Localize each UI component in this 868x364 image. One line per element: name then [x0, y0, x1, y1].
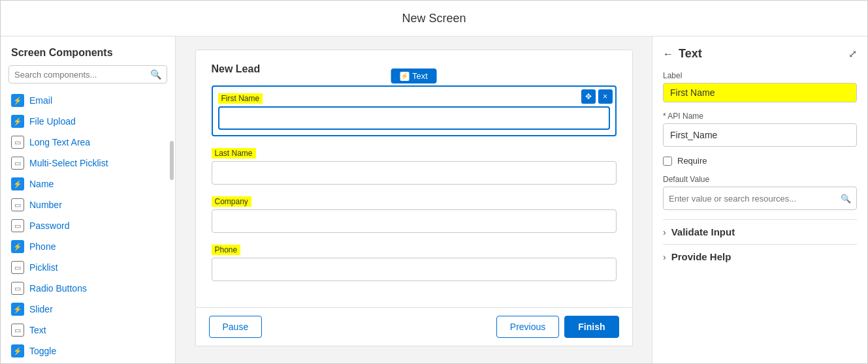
sidebar-item-slider[interactable]: ⚡Slider	[1, 299, 175, 320]
sidebar-item-multi-select-picklist[interactable]: ▭Multi-Select Picklist	[1, 153, 175, 174]
text-badge: ⚡Text	[391, 68, 437, 83]
lightning-icon: ⚡	[11, 94, 24, 107]
sidebar-list: ⚡Email⚡File Upload▭Long Text Area▭Multi-…	[1, 90, 175, 364]
square-icon: ▭	[11, 261, 24, 274]
square-icon: ▭	[11, 219, 24, 232]
sidebar-item-label: Toggle	[29, 346, 56, 356]
square-icon: ▭	[11, 282, 24, 295]
default-value-label: Default Value	[663, 175, 857, 184]
sidebar-item-label: Long Text Area	[29, 137, 90, 147]
panel-header-left: ← Text	[663, 47, 702, 61]
validate-chevron-icon: ›	[663, 227, 666, 237]
field-input[interactable]	[212, 209, 617, 233]
api-name-input[interactable]	[663, 123, 857, 147]
default-value-input[interactable]	[669, 194, 841, 204]
provide-help-chevron-icon: ›	[663, 252, 666, 262]
field-input[interactable]	[212, 258, 617, 281]
lightning-icon: ⚡	[11, 177, 24, 190]
badge-lightning-icon: ⚡	[400, 72, 409, 81]
field-label: First Name	[218, 93, 263, 104]
sidebar-item-radio-buttons[interactable]: ▭Radio Buttons	[1, 278, 175, 299]
sidebar-item-label: Radio Buttons	[29, 283, 87, 294]
require-label: Require	[677, 156, 707, 166]
label-field-input[interactable]	[663, 83, 857, 102]
sidebar-title: Screen Components	[1, 37, 175, 65]
sidebar-item-label: Slider	[29, 304, 53, 314]
sidebar-item-label: Phone	[29, 241, 56, 252]
finish-button[interactable]: Finish	[564, 316, 619, 338]
label-field-group: Label	[663, 71, 857, 102]
api-name-field-group: * API Name	[663, 112, 857, 147]
panel-header: ← Text ⤢	[663, 47, 857, 61]
lightning-icon: ⚡	[11, 240, 24, 253]
sidebar-item-label: Picklist	[29, 262, 58, 273]
search-input[interactable]	[14, 70, 150, 80]
search-resources-icon: 🔍	[841, 194, 851, 204]
sidebar-item-number[interactable]: ▭Number	[1, 194, 175, 215]
field-group-selected: ⚡Text✥×First Name	[212, 85, 617, 136]
previous-button[interactable]: Previous	[496, 316, 559, 338]
badge-text: Text	[412, 71, 428, 81]
validate-input-label: Validate Input	[671, 226, 735, 237]
expand-icon[interactable]: ⤢	[848, 48, 857, 60]
search-icon: 🔍	[150, 69, 161, 80]
sidebar-item-phone[interactable]: ⚡Phone	[1, 236, 175, 257]
field-action-icons: ✥×	[581, 89, 613, 104]
panel-title: Text	[679, 47, 702, 61]
require-checkbox[interactable]	[663, 157, 672, 166]
field-label: Last Name	[212, 148, 256, 159]
search-bar[interactable]: 🔍	[8, 65, 167, 83]
sidebar-item-label: Email	[29, 95, 52, 106]
canvas-wrapper: New Lead ⚡Text✥×First NameLast NameCompa…	[189, 50, 639, 346]
provide-help-section[interactable]: › Provide Help	[663, 244, 857, 269]
canvas-area: New Lead ⚡Text✥×First NameLast NameCompa…	[176, 37, 652, 364]
main-layout: Screen Components 🔍 ⚡Email⚡File Upload▭L…	[1, 37, 867, 364]
require-checkbox-row: Require	[663, 156, 857, 166]
square-icon: ▭	[11, 136, 24, 149]
btn-group-right: Previous Finish	[496, 316, 619, 338]
page-title: New Screen	[402, 12, 466, 25]
sidebar-item-name[interactable]: ⚡Name	[1, 174, 175, 194]
canvas-footer: Pause Previous Finish	[195, 308, 633, 346]
sidebar-item-label: Multi-Select Picklist	[29, 158, 108, 168]
field-label: Phone	[212, 245, 241, 255]
top-header: New Screen	[1, 1, 867, 37]
default-value-field-group: Default Value 🔍	[663, 175, 857, 210]
lightning-icon: ⚡	[11, 344, 24, 357]
canvas-card: New Lead ⚡Text✥×First NameLast NameCompa…	[195, 50, 633, 308]
scrollbar[interactable]	[170, 141, 174, 180]
field-input[interactable]	[212, 161, 617, 185]
label-field-label: Label	[663, 71, 857, 80]
validate-input-section[interactable]: › Validate Input	[663, 219, 857, 244]
back-icon[interactable]: ←	[663, 48, 673, 60]
sidebar-item-label: Number	[29, 200, 62, 210]
sidebar-item-password[interactable]: ▭Password	[1, 215, 175, 236]
sidebar-item-label: Name	[29, 179, 54, 189]
sidebar-item-label: Password	[29, 220, 69, 231]
lightning-icon: ⚡	[11, 115, 24, 128]
sidebar-item-text[interactable]: ▭Text	[1, 320, 175, 341]
sidebar-item-label: Text	[29, 325, 46, 335]
delete-icon[interactable]: ×	[598, 89, 613, 104]
sidebar: Screen Components 🔍 ⚡Email⚡File Upload▭L…	[1, 37, 176, 364]
sidebar-item-toggle[interactable]: ⚡Toggle	[1, 341, 175, 361]
pause-button[interactable]: Pause	[209, 316, 263, 338]
sidebar-item-file-upload[interactable]: ⚡File Upload	[1, 111, 175, 132]
api-name-label: * API Name	[663, 112, 857, 121]
field-input[interactable]	[218, 106, 610, 130]
right-panel: ← Text ⤢ Label * API Name Require Defaul…	[652, 37, 867, 364]
field-group: Phone	[212, 243, 617, 281]
sidebar-item-long-text-area[interactable]: ▭Long Text Area	[1, 132, 175, 153]
provide-help-label: Provide Help	[671, 251, 731, 262]
square-icon: ▭	[11, 324, 24, 337]
square-icon: ▭	[11, 198, 24, 211]
field-label: Company	[212, 196, 251, 207]
move-icon[interactable]: ✥	[581, 89, 596, 104]
lightning-icon: ⚡	[11, 303, 24, 316]
field-group: Company	[212, 195, 617, 233]
sidebar-item-email[interactable]: ⚡Email	[1, 90, 175, 111]
field-group: Last Name	[212, 147, 617, 185]
sidebar-item-picklist[interactable]: ▭Picklist	[1, 257, 175, 278]
sidebar-item-url[interactable]: ⚡URL	[1, 361, 175, 364]
sidebar-item-label: File Upload	[29, 116, 76, 127]
